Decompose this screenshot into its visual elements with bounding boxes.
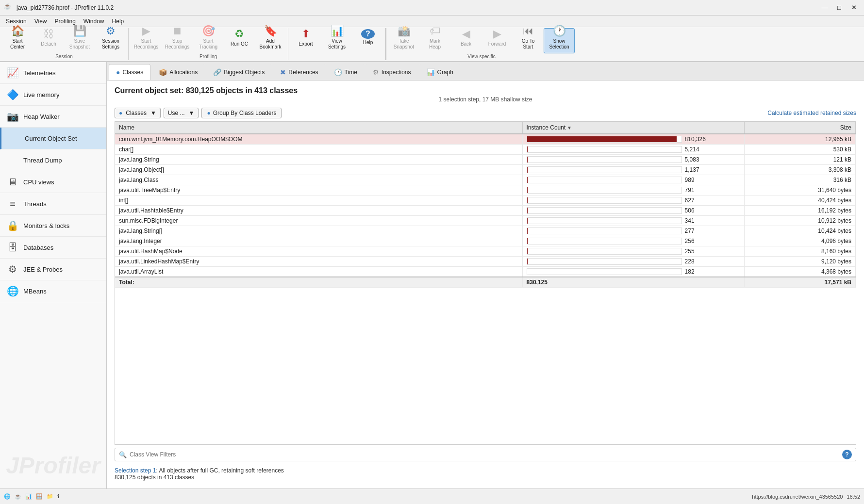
add-bookmark-icon: 🔖 xyxy=(263,25,278,37)
cpu-views-icon: 🖥 xyxy=(6,175,19,189)
take-snapshot-button[interactable]: 📸 TakeSnapshot xyxy=(388,28,419,53)
detach-button[interactable]: ⛓ Detach xyxy=(33,28,64,53)
sidebar-item-mbeans[interactable]: 🌐 MBeans xyxy=(0,280,106,302)
table-row[interactable]: java.util.HashMap$Node2558,160 bytes xyxy=(115,246,856,257)
menu-profiling[interactable]: Profiling xyxy=(51,17,80,26)
row-name-cell: java.lang.String xyxy=(115,155,522,165)
status-bar: 🌐 ☕ 📊 🪟 📁 ℹ https://blog.csdn.net/weixin… xyxy=(0,488,864,504)
menu-view[interactable]: View xyxy=(31,17,51,26)
calculate-retained-sizes-link[interactable]: Calculate estimated retained sizes xyxy=(767,110,856,116)
save-snapshot-button[interactable]: 💾 SaveSnapshot xyxy=(64,28,95,53)
menu-help[interactable]: Help xyxy=(108,17,128,26)
row-count-cell: 5,083 xyxy=(522,155,745,165)
sidebar-item-jee-probes[interactable]: ⚙ JEE & Probes xyxy=(0,259,106,280)
table-row[interactable]: java.util.Hashtable$Entry50616,192 bytes xyxy=(115,206,856,216)
table-row[interactable]: char[]5,214530 kB xyxy=(115,145,856,155)
table-row[interactable]: com.wml.jvm_01Memory.oom.HeapOOM$OOM810,… xyxy=(115,134,856,145)
instance-count-column-header[interactable]: Instance Count xyxy=(522,122,745,134)
table-row[interactable]: java.lang.String[]27710,424 bytes xyxy=(115,226,856,236)
help-button[interactable]: ? Help xyxy=(352,28,383,53)
row-count-cell: 989 xyxy=(522,175,745,185)
size-column-header[interactable]: Size xyxy=(745,122,856,134)
filter-search-icon: 🔍 xyxy=(119,451,127,458)
sidebar-item-databases[interactable]: 🗄 Databases xyxy=(0,237,106,259)
table-row[interactable]: java.lang.Object[]1,1373,308 kB xyxy=(115,165,856,175)
classes-dropdown[interactable]: ● Classes ▼ xyxy=(115,108,161,118)
filter-help-icon[interactable]: ? xyxy=(842,450,852,459)
inspections-tab-icon: ⚙ xyxy=(373,68,379,76)
selection-info: Selection step 1: All objects after full… xyxy=(115,465,856,483)
show-selection-button[interactable]: 🕐 ShowSelection xyxy=(544,28,575,53)
class-view-filters-input[interactable] xyxy=(130,451,839,458)
go-to-start-button[interactable]: ⏮ Go ToStart xyxy=(513,28,544,53)
tabs-bar: ● Classes 📦 Allocations 🔗 Biggest Object… xyxy=(107,62,864,81)
stop-recordings-label: StopRecordings xyxy=(165,38,190,50)
view-settings-button[interactable]: 📊 ViewSettings xyxy=(321,28,352,53)
tab-graph[interactable]: 📊 Graph xyxy=(419,64,461,80)
start-recordings-button[interactable]: ▶ StartRecordings xyxy=(131,28,162,53)
row-count-cell: 182 xyxy=(522,267,745,277)
row-name-cell: java.util.TreeMap$Entry xyxy=(115,185,522,195)
content-area: ● Classes 📦 Allocations 🔗 Biggest Object… xyxy=(107,62,864,488)
tab-classes[interactable]: ● Classes xyxy=(109,64,150,80)
table-row[interactable]: java.lang.Class989316 kB xyxy=(115,175,856,185)
tab-allocations[interactable]: 📦 Allocations xyxy=(151,64,205,80)
sidebar-item-monitors-locks[interactable]: 🔒 Monitors & locks xyxy=(0,215,106,237)
allocations-tab-label: Allocations xyxy=(169,69,198,76)
use-dropdown[interactable]: Use ... ▼ xyxy=(164,108,199,118)
graph-tab-icon: 📊 xyxy=(427,68,435,76)
add-bookmark-button[interactable]: 🔖 AddBookmark xyxy=(255,28,286,53)
back-button[interactable]: ◀ Back xyxy=(450,28,482,53)
session-settings-button[interactable]: ⚙ SessionSettings xyxy=(95,28,126,53)
profiling-group-label: Profiling xyxy=(129,54,288,59)
row-size-cell: 16,192 bytes xyxy=(745,206,856,216)
show-selection-label: ShowSelection xyxy=(549,38,569,50)
sidebar-item-live-memory[interactable]: 🔷 Live memory xyxy=(0,84,106,106)
menu-session[interactable]: Session xyxy=(2,17,31,26)
tab-biggest-objects[interactable]: 🔗 Biggest Objects xyxy=(206,64,272,80)
forward-button[interactable]: ▶ Forward xyxy=(482,28,513,53)
table-row[interactable]: java.util.TreeMap$Entry79131,640 bytes xyxy=(115,185,856,195)
table-row[interactable]: java.util.LinkedHashMap$Entry2289,120 by… xyxy=(115,257,856,267)
menu-window[interactable]: Window xyxy=(80,17,108,26)
table-row[interactable]: int[]62740,424 bytes xyxy=(115,195,856,206)
title-bar: ☕ java_pid27736.hprof - JProfiler 11.0.2… xyxy=(0,0,864,16)
total-count: 830,125 xyxy=(522,277,745,288)
export-button[interactable]: ⬆ Export xyxy=(290,28,321,53)
group-by-class-loaders-button[interactable]: ● Group By Class Loaders xyxy=(201,108,282,118)
jee-probes-icon: ⚙ xyxy=(6,262,19,276)
current-object-set-icon xyxy=(7,131,21,145)
close-button[interactable]: ✕ xyxy=(847,2,860,13)
maximize-button[interactable]: □ xyxy=(833,2,846,13)
name-column-header[interactable]: Name xyxy=(115,122,522,134)
table-row[interactable]: java.util.ArrayList1824,368 bytes xyxy=(115,267,856,277)
sidebar-item-telemetries[interactable]: 📈 Telemetries xyxy=(0,62,106,84)
table-row[interactable]: sun.misc.FDBigInteger34110,912 bytes xyxy=(115,216,856,226)
help-label: Help xyxy=(363,40,373,46)
sidebar-item-threads[interactable]: ≡ Threads xyxy=(0,193,106,215)
start-tracking-button[interactable]: 🎯 StartTracking xyxy=(193,28,224,53)
data-table: Name Instance Count Size com.wml.jvm_01M… xyxy=(115,121,856,445)
table-row[interactable]: java.lang.Integer2564,096 bytes xyxy=(115,236,856,246)
row-name-cell: java.util.HashMap$Node xyxy=(115,246,522,257)
tab-references[interactable]: ✖ References xyxy=(273,64,325,80)
selection-description: : All objects after full GC, retaining s… xyxy=(156,467,283,474)
start-center-button[interactable]: 🏠 StartCenter xyxy=(2,28,33,53)
stop-recordings-button[interactable]: ⏹ StopRecordings xyxy=(162,28,193,53)
sidebar-item-heap-walker[interactable]: 📷 Heap Walker xyxy=(0,106,106,128)
sidebar-item-current-object-set[interactable]: Current Object Set xyxy=(0,128,106,149)
biggest-objects-tab-label: Biggest Objects xyxy=(224,69,265,76)
minimize-button[interactable]: — xyxy=(818,2,831,13)
selection-step-link[interactable]: Selection step 1 xyxy=(115,467,156,474)
forward-icon: ▶ xyxy=(489,28,505,40)
sidebar-item-thread-dump[interactable]: Thread Dump xyxy=(0,149,106,171)
sidebar-item-cpu-views[interactable]: 🖥 CPU views xyxy=(0,171,106,193)
row-name-cell: java.lang.Object[] xyxy=(115,165,522,175)
run-gc-button[interactable]: ♻ Run GC xyxy=(224,28,255,53)
use-dropdown-label: Use ... xyxy=(168,110,185,116)
table-row[interactable]: java.lang.String5,083121 kB xyxy=(115,155,856,165)
tab-time[interactable]: 🕐 Time xyxy=(327,64,365,80)
start-recordings-label: StartRecordings xyxy=(134,38,159,50)
mark-heap-button[interactable]: 🏷 MarkHeap xyxy=(419,28,450,53)
tab-inspections[interactable]: ⚙ Inspections xyxy=(366,64,418,80)
